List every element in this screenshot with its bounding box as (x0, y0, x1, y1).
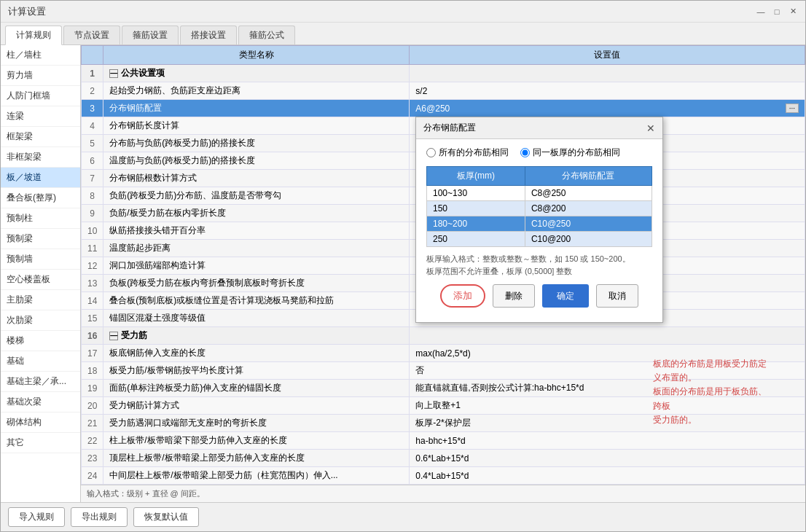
dialog-overlay: 分布钢筋配置 ✕ 所有的分布筋相同 同一板厚的分布筋相同 板厚(mm) (0, 0, 806, 532)
radio-same-thickness-label: 同一板厚的分布筋相同 (533, 146, 620, 159)
dialog-table-row[interactable]: 150 C8@200 (427, 201, 652, 216)
dialog-table: 板厚(mm) 分布钢筋配置 100~130 C8@250 150 C8@200 … (426, 166, 652, 247)
confirm-button[interactable]: 确定 (542, 284, 589, 308)
note-text: 板底的分布筋是用板受力筋定义布置的。 板面的分布筋是用于板负筋、跨板 受力筋的。 (653, 357, 770, 427)
radio-same-thickness-input[interactable] (520, 148, 530, 157)
dialog-col-config: 分布钢筋配置 (525, 167, 652, 186)
dialog-title-text: 分布钢筋配置 (423, 122, 476, 134)
dialog-close-button[interactable]: ✕ (646, 122, 655, 134)
radio-same-thickness[interactable]: 同一板厚的分布筋相同 (520, 146, 620, 159)
dialog-table-row-selected[interactable]: 180~200 C10@250 (427, 216, 652, 232)
distribution-rebar-dialog: 分布钢筋配置 ✕ 所有的分布筋相同 同一板厚的分布筋相同 板厚(mm) (415, 117, 663, 323)
cancel-button[interactable]: 取消 (596, 284, 638, 308)
note-line3: 板面的分布筋是用于板负筋、跨板 (653, 386, 767, 410)
dialog-table-row[interactable]: 250 C10@200 (427, 232, 652, 247)
radio-group: 所有的分布筋相同 同一板厚的分布筋相同 (426, 146, 652, 159)
dialog-body: 所有的分布筋相同 同一板厚的分布筋相同 板厚(mm) 分布钢筋配置 (416, 139, 662, 322)
dialog-title-bar: 分布钢筋配置 ✕ (416, 117, 662, 139)
dialog-hint: 板厚输入格式：整数或整数～整数，如 150 或 150~200。 板厚范围不允许… (426, 253, 652, 277)
radio-all-same[interactable]: 所有的分布筋相同 (426, 146, 509, 159)
dialog-table-row[interactable]: 100~130 C8@250 (427, 186, 652, 201)
add-button[interactable]: 添加 (440, 284, 485, 308)
note-line4: 受力筋的。 (653, 415, 697, 425)
dialog-footer: 添加 删除 确定 取消 (426, 284, 652, 315)
delete-button[interactable]: 删除 (493, 284, 535, 308)
dialog-col-thickness: 板厚(mm) (427, 167, 525, 186)
note-line2: 置的。 (670, 372, 697, 383)
radio-all-same-input[interactable] (426, 148, 436, 157)
radio-all-same-label: 所有的分布筋相同 (439, 146, 509, 159)
